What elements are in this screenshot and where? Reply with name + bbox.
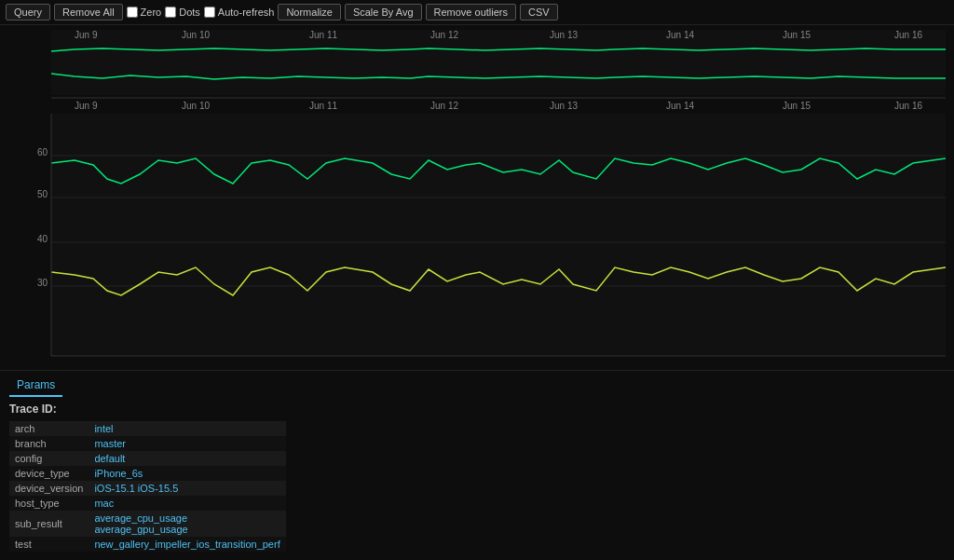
remove-outliers-button[interactable]: Remove outliers — [426, 4, 516, 20]
svg-text:Jun 15: Jun 15 — [783, 101, 811, 111]
svg-text:Jun 13: Jun 13 — [550, 101, 578, 111]
toolbar: Query Remove All Zero Dots Auto-refresh … — [0, 0, 954, 25]
params-tabs: Params — [9, 376, 945, 397]
svg-text:Jun 11: Jun 11 — [309, 30, 337, 40]
csv-button[interactable]: CSV — [520, 4, 558, 20]
params-section: Params Trace ID: archintelbranchmasterco… — [0, 370, 954, 557]
normalize-button[interactable]: Normalize — [278, 4, 341, 20]
table-row: host_typemac — [9, 496, 286, 511]
table-row: branchmaster — [9, 436, 286, 451]
table-row: configdefault — [9, 451, 286, 466]
svg-text:Jun 12: Jun 12 — [430, 30, 458, 40]
params-tab[interactable]: Params — [9, 376, 62, 397]
svg-text:Jun 10: Jun 10 — [182, 101, 210, 111]
table-row: testnew_gallery_impeller_ios_transition_… — [9, 537, 286, 552]
chart-container: Jun 9 Jun 10 Jun 11 Jun 12 Jun 13 Jun 14… — [0, 25, 954, 370]
trace-id-row: Trace ID: — [9, 403, 945, 416]
svg-text:Jun 14: Jun 14 — [666, 101, 694, 111]
svg-text:Jun 12: Jun 12 — [430, 101, 458, 111]
scale-by-avg-button[interactable]: Scale By Avg — [345, 4, 422, 20]
svg-text:Jun 16: Jun 16 — [894, 101, 922, 111]
svg-text:30: 30 — [37, 278, 48, 288]
svg-text:Jun 16: Jun 16 — [894, 30, 922, 40]
dots-checkbox[interactable] — [165, 7, 176, 18]
svg-text:Jun 9: Jun 9 — [75, 30, 98, 40]
svg-text:Jun 15: Jun 15 — [783, 30, 811, 40]
svg-text:Jun 9: Jun 9 — [75, 101, 98, 111]
main-chart: Jun 9 Jun 10 Jun 11 Jun 12 Jun 13 Jun 14… — [0, 25, 954, 370]
table-row: archintel — [9, 421, 286, 436]
dots-checkbox-label[interactable]: Dots — [165, 7, 200, 18]
svg-text:40: 40 — [37, 234, 48, 244]
svg-text:Jun 11: Jun 11 — [309, 101, 337, 111]
table-row: device_typeiPhone_6s — [9, 466, 286, 481]
auto-refresh-checkbox-label[interactable]: Auto-refresh — [204, 7, 275, 18]
svg-text:50: 50 — [37, 189, 48, 199]
svg-text:Jun 13: Jun 13 — [550, 30, 578, 40]
svg-text:60: 60 — [37, 147, 48, 157]
table-row: device_versioniOS-15.1 iOS-15.5 — [9, 481, 286, 496]
remove-all-button[interactable]: Remove All — [54, 4, 123, 20]
query-button[interactable]: Query — [6, 4, 50, 20]
svg-rect-19 — [51, 114, 946, 356]
table-row: sub_resultaverage_cpu_usage average_gpu_… — [9, 511, 286, 537]
svg-text:Jun 10: Jun 10 — [182, 30, 210, 40]
auto-refresh-checkbox[interactable] — [204, 7, 215, 18]
svg-text:Jun 14: Jun 14 — [666, 30, 694, 40]
zero-checkbox-label[interactable]: Zero — [127, 7, 162, 18]
zero-checkbox[interactable] — [127, 7, 138, 18]
params-table: archintelbranchmasterconfigdefaultdevice… — [9, 421, 286, 552]
